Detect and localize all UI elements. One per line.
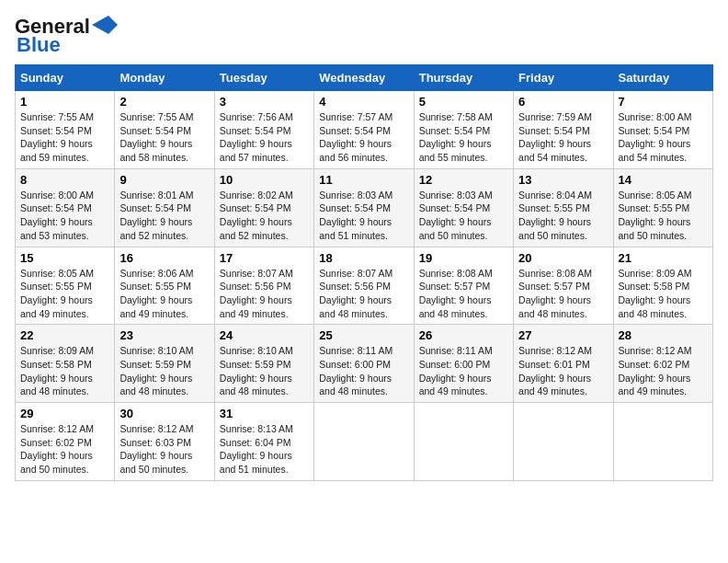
day-number: 14	[619, 173, 708, 187]
day-info: Sunrise: 8:00 AM Sunset: 5:54 PM Dayligh…	[619, 110, 708, 165]
day-info: Sunrise: 8:03 AM Sunset: 5:54 PM Dayligh…	[319, 189, 408, 243]
weekday-header: Saturday	[613, 65, 712, 91]
logo-blue: Blue	[17, 33, 61, 57]
day-number: 1	[20, 95, 109, 109]
logo: General Blue	[15, 15, 118, 57]
calendar-day-cell: 22 Sunrise: 8:09 AM Sunset: 5:58 PM Dayl…	[16, 325, 115, 403]
weekday-header: Tuesday	[214, 65, 313, 91]
day-number: 19	[419, 251, 508, 265]
day-number: 28	[619, 328, 708, 342]
calendar-day-cell: 31 Sunrise: 8:13 AM Sunset: 6:04 PM Dayl…	[214, 403, 313, 481]
day-info: Sunrise: 8:07 AM Sunset: 5:56 PM Dayligh…	[319, 267, 408, 321]
logo-arrow-icon	[92, 16, 118, 34]
day-number: 16	[119, 251, 209, 265]
calendar-day-cell: 6 Sunrise: 7:59 AM Sunset: 5:54 PM Dayli…	[514, 91, 613, 169]
calendar-day-cell: 12 Sunrise: 8:03 AM Sunset: 5:54 PM Dayl…	[414, 168, 513, 247]
day-number: 24	[220, 328, 309, 342]
calendar-day-cell: 2 Sunrise: 7:55 AM Sunset: 5:54 PM Dayli…	[115, 91, 214, 169]
calendar-day-cell: 27 Sunrise: 8:12 AM Sunset: 6:01 PM Dayl…	[514, 325, 613, 403]
calendar-day-cell: 11 Sunrise: 8:03 AM Sunset: 5:54 PM Dayl…	[314, 168, 414, 247]
day-info: Sunrise: 8:11 AM Sunset: 6:00 PM Dayligh…	[419, 344, 508, 398]
day-info: Sunrise: 8:05 AM Sunset: 5:55 PM Dayligh…	[20, 267, 109, 321]
day-number: 22	[20, 328, 109, 342]
day-number: 15	[20, 251, 109, 265]
weekday-header: Wednesday	[314, 65, 414, 91]
day-info: Sunrise: 8:09 AM Sunset: 5:58 PM Dayligh…	[619, 267, 708, 321]
day-info: Sunrise: 8:12 AM Sunset: 6:02 PM Dayligh…	[20, 422, 109, 477]
day-info: Sunrise: 7:58 AM Sunset: 5:54 PM Dayligh…	[419, 110, 508, 165]
day-number: 30	[119, 407, 209, 420]
day-number: 21	[619, 251, 708, 265]
day-info: Sunrise: 8:13 AM Sunset: 6:04 PM Dayligh…	[220, 422, 309, 477]
calendar-day-cell: 16 Sunrise: 8:06 AM Sunset: 5:55 PM Dayl…	[115, 247, 214, 325]
day-info: Sunrise: 7:59 AM Sunset: 5:54 PM Dayligh…	[518, 110, 608, 165]
calendar-day-cell: 5 Sunrise: 7:58 AM Sunset: 5:54 PM Dayli…	[414, 91, 513, 169]
day-info: Sunrise: 8:12 AM Sunset: 6:01 PM Dayligh…	[518, 344, 608, 398]
calendar-day-cell: 15 Sunrise: 8:05 AM Sunset: 5:55 PM Dayl…	[16, 247, 115, 325]
day-info: Sunrise: 8:06 AM Sunset: 5:55 PM Dayligh…	[119, 267, 209, 321]
day-info: Sunrise: 8:01 AM Sunset: 5:54 PM Dayligh…	[119, 189, 209, 243]
calendar-week-row: 22 Sunrise: 8:09 AM Sunset: 5:58 PM Dayl…	[16, 325, 713, 403]
day-number: 25	[319, 328, 408, 342]
day-info: Sunrise: 8:12 AM Sunset: 6:02 PM Dayligh…	[619, 344, 708, 398]
day-number: 26	[419, 328, 508, 342]
day-info: Sunrise: 8:08 AM Sunset: 5:57 PM Dayligh…	[518, 267, 608, 321]
calendar-week-row: 8 Sunrise: 8:00 AM Sunset: 5:54 PM Dayli…	[16, 168, 713, 247]
page-header: General Blue	[15, 15, 713, 57]
calendar-table: SundayMondayTuesdayWednesdayThursdayFrid…	[15, 64, 713, 481]
calendar-day-cell: 7 Sunrise: 8:00 AM Sunset: 5:54 PM Dayli…	[613, 91, 712, 169]
day-number: 3	[220, 95, 309, 109]
day-number: 7	[619, 95, 708, 109]
day-number: 4	[319, 95, 408, 109]
calendar-day-cell: 26 Sunrise: 8:11 AM Sunset: 6:00 PM Dayl…	[414, 325, 513, 403]
calendar-day-cell: 1 Sunrise: 7:55 AM Sunset: 5:54 PM Dayli…	[16, 91, 115, 169]
calendar-day-cell: 8 Sunrise: 8:00 AM Sunset: 5:54 PM Dayli…	[16, 168, 115, 247]
day-number: 29	[20, 407, 109, 420]
weekday-header-row: SundayMondayTuesdayWednesdayThursdayFrid…	[16, 65, 713, 91]
day-info: Sunrise: 7:56 AM Sunset: 5:54 PM Dayligh…	[220, 110, 309, 165]
empty-cell	[414, 403, 513, 481]
empty-cell	[613, 403, 712, 481]
day-info: Sunrise: 8:10 AM Sunset: 5:59 PM Dayligh…	[119, 344, 209, 398]
day-number: 20	[518, 251, 608, 265]
svg-marker-0	[92, 16, 118, 34]
day-info: Sunrise: 8:04 AM Sunset: 5:55 PM Dayligh…	[518, 189, 608, 243]
calendar-day-cell: 14 Sunrise: 8:05 AM Sunset: 5:55 PM Dayl…	[613, 168, 712, 247]
calendar-day-cell: 9 Sunrise: 8:01 AM Sunset: 5:54 PM Dayli…	[115, 168, 214, 247]
empty-cell	[314, 403, 414, 481]
empty-cell	[514, 403, 613, 481]
day-info: Sunrise: 8:08 AM Sunset: 5:57 PM Dayligh…	[419, 267, 508, 321]
day-number: 8	[20, 173, 109, 187]
weekday-header: Monday	[115, 65, 214, 91]
day-info: Sunrise: 8:02 AM Sunset: 5:54 PM Dayligh…	[220, 189, 309, 243]
weekday-header: Thursday	[414, 65, 513, 91]
day-info: Sunrise: 7:57 AM Sunset: 5:54 PM Dayligh…	[319, 110, 408, 165]
calendar-day-cell: 18 Sunrise: 8:07 AM Sunset: 5:56 PM Dayl…	[314, 247, 414, 325]
weekday-header: Friday	[514, 65, 613, 91]
calendar-week-row: 15 Sunrise: 8:05 AM Sunset: 5:55 PM Dayl…	[16, 247, 713, 325]
day-number: 27	[518, 328, 608, 342]
day-info: Sunrise: 8:11 AM Sunset: 6:00 PM Dayligh…	[319, 344, 408, 398]
day-number: 12	[419, 173, 508, 187]
day-info: Sunrise: 7:55 AM Sunset: 5:54 PM Dayligh…	[20, 110, 109, 165]
calendar-week-row: 29 Sunrise: 8:12 AM Sunset: 6:02 PM Dayl…	[16, 403, 713, 481]
day-info: Sunrise: 8:03 AM Sunset: 5:54 PM Dayligh…	[419, 189, 508, 243]
calendar-day-cell: 20 Sunrise: 8:08 AM Sunset: 5:57 PM Dayl…	[514, 247, 613, 325]
day-number: 31	[220, 407, 309, 420]
calendar-day-cell: 23 Sunrise: 8:10 AM Sunset: 5:59 PM Dayl…	[115, 325, 214, 403]
calendar-day-cell: 24 Sunrise: 8:10 AM Sunset: 5:59 PM Dayl…	[214, 325, 313, 403]
calendar-day-cell: 30 Sunrise: 8:12 AM Sunset: 6:03 PM Dayl…	[115, 403, 214, 481]
calendar-day-cell: 29 Sunrise: 8:12 AM Sunset: 6:02 PM Dayl…	[16, 403, 115, 481]
day-number: 13	[518, 173, 608, 187]
calendar-day-cell: 13 Sunrise: 8:04 AM Sunset: 5:55 PM Dayl…	[514, 168, 613, 247]
day-info: Sunrise: 8:12 AM Sunset: 6:03 PM Dayligh…	[119, 422, 209, 477]
calendar-day-cell: 17 Sunrise: 8:07 AM Sunset: 5:56 PM Dayl…	[214, 247, 313, 325]
day-number: 11	[319, 173, 408, 187]
day-info: Sunrise: 8:09 AM Sunset: 5:58 PM Dayligh…	[20, 344, 109, 398]
weekday-header: Sunday	[16, 65, 115, 91]
day-number: 9	[119, 173, 209, 187]
day-number: 18	[319, 251, 408, 265]
day-info: Sunrise: 8:05 AM Sunset: 5:55 PM Dayligh…	[619, 189, 708, 243]
day-info: Sunrise: 8:10 AM Sunset: 5:59 PM Dayligh…	[220, 344, 309, 398]
day-number: 17	[220, 251, 309, 265]
